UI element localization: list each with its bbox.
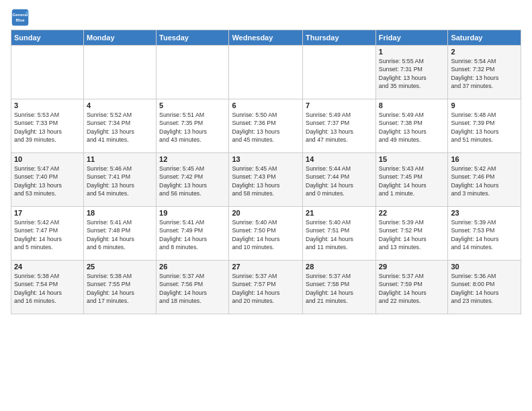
week-row: 24Sunrise: 5:38 AM Sunset: 7:54 PM Dayli… [11, 261, 521, 314]
calendar-cell: 25Sunrise: 5:38 AM Sunset: 7:55 PM Dayli… [83, 261, 156, 314]
calendar-cell: 16Sunrise: 5:42 AM Sunset: 7:46 PM Dayli… [448, 153, 521, 207]
svg-text:Blue: Blue [15, 17, 25, 22]
calendar-cell [303, 46, 376, 99]
day-number: 1 [379, 48, 445, 56]
day-number: 20 [232, 209, 300, 217]
calendar-cell: 22Sunrise: 5:39 AM Sunset: 7:52 PM Dayli… [375, 207, 448, 261]
day-info: Sunrise: 5:41 AM Sunset: 7:49 PM Dayligh… [159, 218, 226, 251]
header-day-sunday: Sunday [11, 30, 84, 46]
header-row: SundayMondayTuesdayWednesdayThursdayFrid… [11, 30, 521, 46]
calendar-cell: 10Sunrise: 5:47 AM Sunset: 7:40 PM Dayli… [11, 153, 84, 207]
week-row: 17Sunrise: 5:42 AM Sunset: 7:47 PM Dayli… [11, 207, 521, 261]
week-row: 1Sunrise: 5:55 AM Sunset: 7:31 PM Daylig… [11, 46, 521, 99]
calendar-cell: 13Sunrise: 5:45 AM Sunset: 7:43 PM Dayli… [229, 153, 303, 207]
day-info: Sunrise: 5:38 AM Sunset: 7:54 PM Dayligh… [14, 272, 81, 305]
header-day-friday: Friday [375, 30, 448, 46]
day-number: 10 [14, 155, 81, 163]
day-info: Sunrise: 5:48 AM Sunset: 7:39 PM Dayligh… [451, 111, 518, 144]
day-number: 27 [232, 263, 300, 271]
week-row: 3Sunrise: 5:53 AM Sunset: 7:33 PM Daylig… [11, 99, 521, 153]
day-info: Sunrise: 5:40 AM Sunset: 7:50 PM Dayligh… [232, 218, 300, 251]
day-info: Sunrise: 5:53 AM Sunset: 7:33 PM Dayligh… [14, 111, 81, 144]
calendar-cell: 21Sunrise: 5:40 AM Sunset: 7:51 PM Dayli… [303, 207, 376, 261]
calendar-cell: 29Sunrise: 5:37 AM Sunset: 7:59 PM Dayli… [375, 261, 448, 314]
day-number: 23 [451, 209, 518, 217]
day-number: 14 [306, 155, 373, 163]
header-day-wednesday: Wednesday [229, 30, 303, 46]
day-number: 11 [87, 155, 153, 163]
calendar-cell: 1Sunrise: 5:55 AM Sunset: 7:31 PM Daylig… [375, 46, 448, 99]
logo: General Blue [11, 8, 32, 27]
day-info: Sunrise: 5:37 AM Sunset: 7:56 PM Dayligh… [159, 272, 226, 305]
day-number: 24 [14, 263, 81, 271]
day-info: Sunrise: 5:43 AM Sunset: 7:45 PM Dayligh… [379, 165, 445, 197]
day-info: Sunrise: 5:50 AM Sunset: 7:36 PM Dayligh… [232, 111, 300, 144]
day-number: 22 [379, 209, 445, 217]
day-info: Sunrise: 5:47 AM Sunset: 7:40 PM Dayligh… [14, 165, 81, 197]
calendar-cell: 3Sunrise: 5:53 AM Sunset: 7:33 PM Daylig… [11, 99, 84, 153]
calendar-cell: 24Sunrise: 5:38 AM Sunset: 7:54 PM Dayli… [11, 261, 84, 314]
day-number: 7 [306, 101, 373, 109]
day-number: 30 [451, 263, 518, 271]
day-info: Sunrise: 5:49 AM Sunset: 7:37 PM Dayligh… [306, 111, 373, 144]
calendar-cell [229, 46, 303, 99]
calendar-cell [83, 46, 156, 99]
day-info: Sunrise: 5:42 AM Sunset: 7:47 PM Dayligh… [14, 218, 81, 251]
day-number: 25 [87, 263, 153, 271]
day-number: 28 [306, 263, 373, 271]
day-info: Sunrise: 5:37 AM Sunset: 7:58 PM Dayligh… [306, 272, 373, 305]
day-info: Sunrise: 5:49 AM Sunset: 7:38 PM Dayligh… [379, 111, 445, 144]
calendar-table: SundayMondayTuesdayWednesdayThursdayFrid… [11, 30, 521, 314]
day-number: 9 [451, 101, 518, 109]
calendar-cell [11, 46, 84, 99]
day-info: Sunrise: 5:38 AM Sunset: 7:55 PM Dayligh… [87, 272, 153, 305]
day-number: 12 [159, 155, 226, 163]
calendar-cell: 6Sunrise: 5:50 AM Sunset: 7:36 PM Daylig… [229, 99, 303, 153]
calendar-cell: 28Sunrise: 5:37 AM Sunset: 7:58 PM Dayli… [303, 261, 376, 314]
calendar-cell: 27Sunrise: 5:37 AM Sunset: 7:57 PM Dayli… [229, 261, 303, 314]
day-info: Sunrise: 5:55 AM Sunset: 7:31 PM Dayligh… [379, 57, 445, 90]
calendar-cell: 2Sunrise: 5:54 AM Sunset: 7:32 PM Daylig… [448, 46, 521, 99]
header-day-thursday: Thursday [303, 30, 376, 46]
week-row: 10Sunrise: 5:47 AM Sunset: 7:40 PM Dayli… [11, 153, 521, 207]
calendar-cell: 9Sunrise: 5:48 AM Sunset: 7:39 PM Daylig… [448, 99, 521, 153]
day-number: 21 [306, 209, 373, 217]
header-day-monday: Monday [83, 30, 156, 46]
day-number: 8 [379, 101, 445, 109]
day-number: 5 [159, 101, 226, 109]
calendar-cell: 19Sunrise: 5:41 AM Sunset: 7:49 PM Dayli… [157, 207, 229, 261]
day-info: Sunrise: 5:36 AM Sunset: 8:00 PM Dayligh… [451, 272, 518, 305]
calendar-cell: 7Sunrise: 5:49 AM Sunset: 7:37 PM Daylig… [303, 99, 376, 153]
header-day-saturday: Saturday [448, 30, 521, 46]
day-info: Sunrise: 5:39 AM Sunset: 7:53 PM Dayligh… [451, 218, 518, 251]
calendar-cell: 20Sunrise: 5:40 AM Sunset: 7:50 PM Dayli… [229, 207, 303, 261]
calendar-cell: 11Sunrise: 5:46 AM Sunset: 7:41 PM Dayli… [83, 153, 156, 207]
day-number: 19 [159, 209, 226, 217]
day-info: Sunrise: 5:45 AM Sunset: 7:43 PM Dayligh… [232, 165, 300, 197]
day-info: Sunrise: 5:46 AM Sunset: 7:41 PM Dayligh… [87, 165, 153, 197]
day-info: Sunrise: 5:39 AM Sunset: 7:52 PM Dayligh… [379, 218, 445, 251]
header: General Blue [11, 8, 521, 27]
calendar-cell: 4Sunrise: 5:52 AM Sunset: 7:34 PM Daylig… [83, 99, 156, 153]
day-info: Sunrise: 5:37 AM Sunset: 7:59 PM Dayligh… [379, 272, 445, 305]
day-number: 13 [232, 155, 300, 163]
calendar-cell: 12Sunrise: 5:45 AM Sunset: 7:42 PM Dayli… [157, 153, 229, 207]
calendar-cell: 14Sunrise: 5:44 AM Sunset: 7:44 PM Dayli… [303, 153, 376, 207]
day-number: 6 [232, 101, 300, 109]
day-number: 18 [87, 209, 153, 217]
calendar-cell: 15Sunrise: 5:43 AM Sunset: 7:45 PM Dayli… [375, 153, 448, 207]
logo-icon: General Blue [11, 8, 30, 27]
day-number: 29 [379, 263, 445, 271]
calendar-cell: 17Sunrise: 5:42 AM Sunset: 7:47 PM Dayli… [11, 207, 84, 261]
day-info: Sunrise: 5:45 AM Sunset: 7:42 PM Dayligh… [159, 165, 226, 197]
day-number: 26 [159, 263, 226, 271]
calendar-cell: 23Sunrise: 5:39 AM Sunset: 7:53 PM Dayli… [448, 207, 521, 261]
day-info: Sunrise: 5:52 AM Sunset: 7:34 PM Dayligh… [87, 111, 153, 144]
calendar-page: General Blue SundayMondayTuesdayWednesda… [0, 0, 532, 320]
day-number: 2 [451, 48, 518, 56]
calendar-cell [157, 46, 229, 99]
day-number: 3 [14, 101, 81, 109]
day-info: Sunrise: 5:54 AM Sunset: 7:32 PM Dayligh… [451, 57, 518, 90]
calendar-cell: 8Sunrise: 5:49 AM Sunset: 7:38 PM Daylig… [375, 99, 448, 153]
calendar-cell: 18Sunrise: 5:41 AM Sunset: 7:48 PM Dayli… [83, 207, 156, 261]
